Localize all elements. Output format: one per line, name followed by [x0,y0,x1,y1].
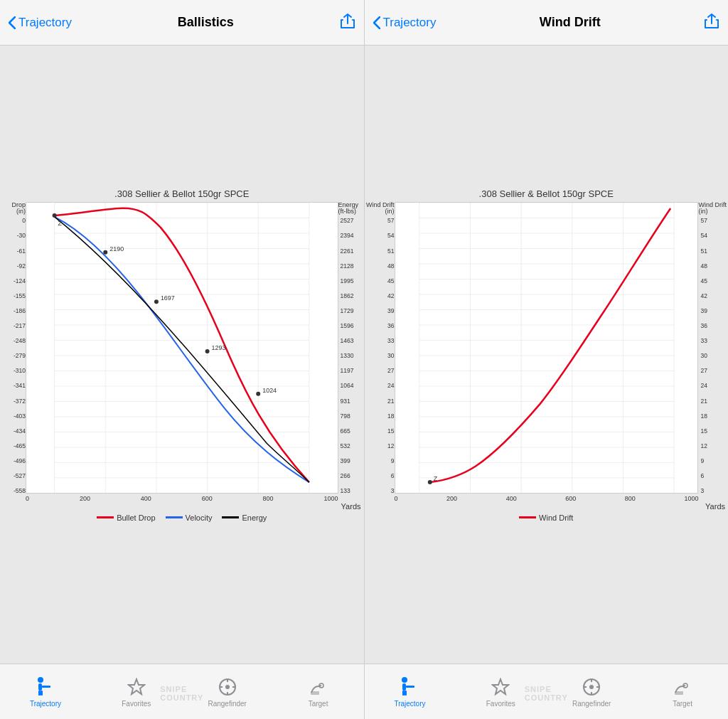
tab-favorites-label-right: Favorites [486,700,515,708]
svg-point-35 [38,677,43,683]
trajectory-icon-right [399,676,420,698]
svg-rect-80 [406,686,414,688]
ballistics-chart-container: .308 Sellier & Bellot 150gr SPCE Drop(in… [0,46,364,664]
chevron-left-icon [9,16,16,29]
rangefinder-icon-left [217,676,238,698]
legend-wind-drift: Wind Drift [519,513,573,522]
wind-drift-screen: Trajectory Wind Drift .308 Sellier & Bel… [365,0,729,719]
ballistics-screen: Trajectory Ballistics .308 Sellier & Bel… [0,0,365,719]
favorites-icon-right [490,676,511,698]
svg-point-29 [154,299,159,304]
svg-point-74 [427,480,432,484]
ballistics-tab-bar: SNIPECOUNTRY Trajectory [0,664,364,719]
ballistics-x-axis: 0 200 400 600 800 1000 [26,494,338,502]
rangefinder-icon-right [581,676,602,698]
wind-drift-chart-container: .308 Sellier & Bellot 150gr SPCE Wind Dr… [365,46,729,664]
watermark-left: SNIPECOUNTRY [160,685,203,702]
ballistics-y-left-label: Drop(in) [11,202,26,216]
chevron-left-icon-right [373,16,380,29]
energy-label: Energy [242,513,267,522]
tab-trajectory-right[interactable]: Trajectory [365,664,456,719]
screens-container: Trajectory Ballistics .308 Sellier & Bel… [0,0,728,719]
ballistics-y-right-label: Energy(ft-lbs) [338,202,359,216]
ballistics-yards-label: Yards [0,502,364,511]
tab-target-label-right: Target [673,700,692,708]
watermark-right: SNIPECOUNTRY [525,685,568,702]
svg-point-31 [205,348,210,353]
tab-rangefinder-label-right: Rangefinder [572,700,611,708]
velocity-line [166,516,183,518]
tab-target-left[interactable]: Target [273,664,364,719]
svg-rect-89 [675,691,683,695]
svg-text:1024: 1024 [262,386,277,393]
legend-bullet-drop: Bullet Drop [97,513,155,522]
wind-drift-y-left-label: Wind Drift(in) [366,202,395,216]
tab-target-right[interactable]: Target [637,664,728,719]
svg-point-87 [589,685,594,689]
svg-rect-39 [42,686,50,688]
wind-drift-title: Wind Drift [540,15,601,30]
wind-drift-y-right-label: Wind Drift(in) [698,202,727,216]
wind-drift-nav-bar: Trajectory Wind Drift [365,0,729,46]
tab-target-label-left: Target [309,700,328,708]
ballistics-chart-title: .308 Sellier & Bellot 150gr SPCE [114,188,249,199]
svg-point-33 [256,391,260,395]
wind-drift-x-axis: 0 200 400 600 800 1000 [395,494,699,502]
wind-drift-legend: Wind Drift [513,511,579,525]
legend-velocity: Velocity [166,513,213,522]
wind-drift-back-label: Trajectory [383,16,437,30]
svg-point-27 [103,250,107,254]
svg-point-76 [402,677,407,683]
share-icon-right [704,14,719,29]
wind-drift-label: Wind Drift [539,513,573,522]
svg-rect-78 [405,691,407,696]
ballistics-back-label: Trajectory [18,16,72,30]
svg-text:2190: 2190 [109,245,124,252]
svg-rect-77 [402,683,406,691]
svg-rect-36 [38,683,42,691]
svg-text:Z: Z [433,475,437,482]
wind-drift-share-button[interactable] [704,14,719,31]
tab-trajectory-label-left: Trajectory [30,700,61,708]
bullet-drop-label: Bullet Drop [117,513,155,522]
target-icon-right [672,676,693,698]
velocity-label: Velocity [186,513,213,522]
svg-marker-40 [129,679,144,694]
legend-energy: Energy [222,513,267,522]
trajectory-icon [35,676,56,698]
svg-point-25 [53,213,57,217]
energy-line [222,516,239,518]
tab-trajectory-label-right: Trajectory [394,700,425,708]
favorites-icon-left [126,676,147,698]
svg-text:Z: Z [58,219,63,226]
ballistics-chart-svg: Z 2190 1697 1293 1024 [26,202,338,494]
svg-rect-48 [311,691,319,695]
wind-drift-line [519,516,536,518]
svg-rect-79 [402,691,405,696]
wind-drift-chart-title: .308 Sellier & Bellot 150gr SPCE [479,188,614,199]
tab-rangefinder-label-left: Rangefinder [208,700,246,708]
wind-drift-chart-svg: Z [395,202,699,494]
svg-marker-81 [493,679,508,694]
share-icon [340,14,355,29]
ballistics-legend: Bullet Drop Velocity Energy [91,511,272,525]
ballistics-title: Ballistics [178,15,234,30]
svg-text:1697: 1697 [161,294,175,302]
wind-drift-back-button[interactable]: Trajectory [373,16,437,30]
target-icon-left [308,676,329,698]
svg-point-46 [225,685,230,689]
bullet-drop-line [97,516,114,518]
ballistics-back-button[interactable]: Trajectory [9,16,72,30]
svg-text:1293: 1293 [212,343,226,351]
wind-drift-yards-label: Yards [365,502,729,511]
svg-rect-38 [38,691,41,696]
svg-rect-37 [41,691,43,696]
ballistics-share-button[interactable] [340,14,355,31]
tab-trajectory-left[interactable]: Trajectory [0,664,91,719]
wind-drift-tab-bar: SNIPECOUNTRY Trajectory [365,664,729,719]
ballistics-nav-bar: Trajectory Ballistics [0,0,364,46]
tab-favorites-label-left: Favorites [122,700,151,708]
